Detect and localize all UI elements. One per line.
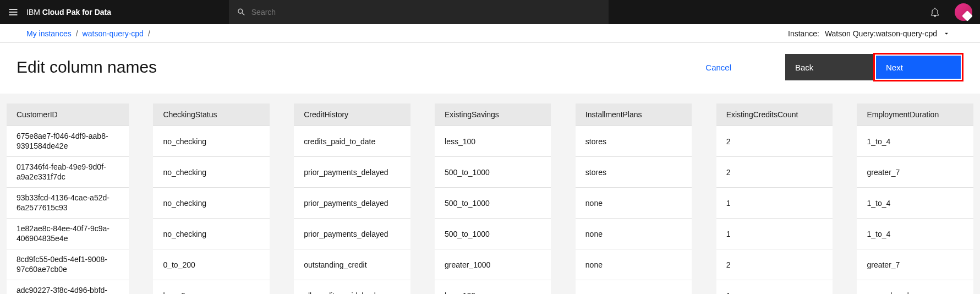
hamburger-icon [8, 7, 19, 18]
table-row[interactable]: 1e82ae8c-84ee-40f7-9c9a-406904835e4eno_c… [7, 219, 973, 249]
table-cell: 500_to_1000 [435, 219, 551, 249]
table-cell: 93b33fcd-4136-4cae-a52d-6a2577615c93 [7, 188, 129, 219]
table-cell: less_100 [435, 126, 551, 157]
global-header: IBM Cloud Pak for Data [0, 0, 980, 24]
column-gap [410, 126, 435, 157]
table-cell: less_100 [435, 280, 551, 295]
column-gap [410, 188, 435, 219]
column-gap [692, 219, 716, 249]
search-icon [237, 7, 246, 17]
table-cell: no_checking [153, 188, 269, 219]
back-button[interactable]: Back [785, 54, 873, 80]
avatar[interactable] [955, 3, 972, 21]
column-header-existingsavings[interactable]: ExistingSavings [435, 104, 551, 126]
breadcrumb-my-instances[interactable]: My instances [26, 29, 72, 38]
column-gap [551, 249, 575, 280]
table-cell: 2 [716, 126, 833, 157]
column-gap [833, 188, 857, 219]
table-cell: none [576, 219, 692, 249]
table-cell: 675e8ae7-f046-4df9-aab8-9391584de42e [7, 126, 129, 157]
column-gap [410, 157, 435, 188]
instance-value: Watson Query:watson-query-cpd [825, 29, 937, 38]
titlebar: Edit column names Cancel Back Next [0, 43, 980, 94]
column-gap [551, 280, 575, 295]
table-area: CustomerID CheckingStatus CreditHistory … [0, 94, 980, 294]
data-table: CustomerID CheckingStatus CreditHistory … [7, 104, 973, 294]
table-cell: 500_to_1000 [435, 157, 551, 188]
column-gap [270, 219, 294, 249]
column-gap [692, 104, 716, 126]
page-title: Edit column names [17, 58, 157, 77]
instance-selector[interactable]: Instance: Watson Query:watson-query-cpd [788, 29, 954, 38]
column-gap [551, 157, 575, 188]
bell-icon [929, 7, 940, 18]
search-box[interactable] [229, 0, 609, 24]
table-cell: 0_to_200 [153, 249, 269, 280]
next-button[interactable]: Next [876, 56, 961, 79]
column-gap [833, 126, 857, 157]
chevron-down-icon [943, 30, 950, 37]
table-cell: credits_paid_to_date [294, 126, 410, 157]
table-cell: 1 [716, 188, 833, 219]
table-cell: 1_to_4 [857, 188, 973, 219]
column-gap [270, 157, 294, 188]
table-scroll: CustomerID CheckingStatus CreditHistory … [7, 104, 973, 294]
table-cell: prior_payments_delayed [294, 188, 410, 219]
column-gap [270, 188, 294, 219]
column-gap [551, 188, 575, 219]
table-cell: 017346f4-feab-49e9-9d0f-a9a2e331f7dc [7, 157, 129, 188]
column-header-installmentplans[interactable]: InstallmentPlans [576, 104, 692, 126]
menu-button[interactable] [0, 0, 26, 24]
table-body: 675e8ae7-f046-4df9-aab8-9391584de42eno_c… [7, 126, 973, 295]
table-cell: stores [576, 157, 692, 188]
column-header-credithistory[interactable]: CreditHistory [294, 104, 410, 126]
column-gap [129, 104, 153, 126]
column-header-customerid[interactable]: CustomerID [7, 104, 129, 126]
search-input[interactable] [251, 8, 601, 17]
table-cell: greater_7 [857, 249, 973, 280]
breadcrumb-watson-query[interactable]: watson-query-cpd [83, 29, 144, 38]
table-header-row: CustomerID CheckingStatus CreditHistory … [7, 104, 973, 126]
table-cell: 1_to_4 [857, 219, 973, 249]
column-gap [129, 126, 153, 157]
column-gap [129, 280, 153, 295]
column-gap [270, 249, 294, 280]
column-header-existingcreditscount[interactable]: ExistingCreditsCount [716, 104, 833, 126]
table-cell: adc90227-3f8c-4d96-bbfd-cbd23bc45209 [7, 280, 129, 295]
table-row[interactable]: 93b33fcd-4136-4cae-a52d-6a2577615c93no_c… [7, 188, 973, 219]
table-cell: 1e82ae8c-84ee-40f7-9c9a-406904835e4e [7, 219, 129, 249]
table-cell: 2 [716, 157, 833, 188]
column-gap [692, 280, 716, 295]
column-gap [833, 157, 857, 188]
cancel-button[interactable]: Cancel [690, 55, 747, 80]
breadcrumb-sep: / [148, 29, 150, 38]
svg-rect-1 [9, 12, 18, 13]
table-cell: all_credits_paid_back [294, 280, 410, 295]
table-cell: greater_7 [857, 157, 973, 188]
table-cell: none [576, 280, 692, 295]
table-row[interactable]: adc90227-3f8c-4d96-bbfd-cbd23bc45209less… [7, 280, 973, 295]
column-gap [833, 280, 857, 295]
column-gap [551, 126, 575, 157]
column-gap [270, 104, 294, 126]
table-cell: less_0 [153, 280, 269, 295]
table-row[interactable]: 017346f4-feab-49e9-9d0f-a9a2e331f7dcno_c… [7, 157, 973, 188]
table-cell: none [576, 249, 692, 280]
table-row[interactable]: 8cd9fc55-0ed5-4ef1-9008-97c60ae7cb0e0_to… [7, 249, 973, 280]
column-gap [692, 157, 716, 188]
column-header-employmentduration[interactable]: EmploymentDuration [857, 104, 973, 126]
table-row[interactable]: 675e8ae7-f046-4df9-aab8-9391584de42eno_c… [7, 126, 973, 157]
column-gap [692, 249, 716, 280]
column-gap [410, 280, 435, 295]
column-header-checkingstatus[interactable]: CheckingStatus [153, 104, 269, 126]
table-cell: stores [576, 126, 692, 157]
column-gap [833, 104, 857, 126]
column-gap [692, 188, 716, 219]
product-title: Cloud Pak for Data [42, 8, 111, 17]
svg-rect-2 [9, 14, 18, 15]
column-gap [692, 126, 716, 157]
notifications-button[interactable] [924, 0, 946, 24]
column-gap [129, 188, 153, 219]
subheader: My instances / watson-query-cpd / Instan… [0, 24, 980, 43]
product-prefix: IBM [26, 8, 40, 17]
